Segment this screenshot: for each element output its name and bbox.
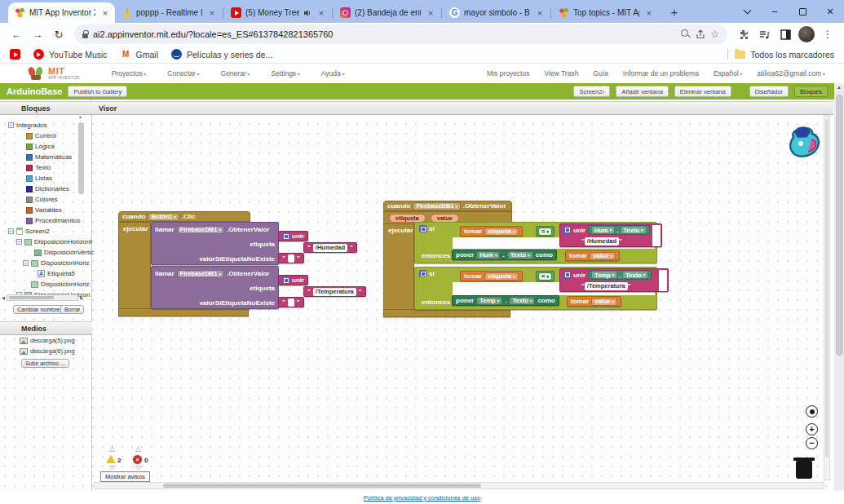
bookmark-youtube[interactable] bbox=[10, 49, 20, 60]
close-icon[interactable] bbox=[316, 7, 327, 19]
window-minimize-button[interactable] bbox=[761, 0, 789, 23]
param-value[interactable]: value bbox=[431, 214, 459, 223]
privacy-policy-link[interactable]: Política de privacidad y condiciones de … bbox=[364, 494, 480, 502]
tab-mit-app-inventor[interactable]: MIT App Inventor 2 bbox=[8, 2, 115, 23]
tab-google-search[interactable]: mayor simbolo - Buscar... bbox=[443, 2, 550, 23]
close-icon[interactable] bbox=[99, 7, 111, 19]
address-bar[interactable]: ai2.appinventor.mit.edu/?locale=es_ES#61… bbox=[74, 24, 727, 44]
designer-toggle-button[interactable]: Diseñador bbox=[749, 86, 789, 97]
page-vertical-scrollbar[interactable] bbox=[834, 83, 844, 504]
menu-proyectos[interactable]: Proyectos bbox=[101, 69, 157, 77]
blocks-toggle-button[interactable]: Bloques bbox=[794, 86, 828, 97]
component-dropdown[interactable]: Temp bbox=[476, 297, 502, 305]
variable-dropdown[interactable]: value bbox=[591, 298, 617, 306]
variable-dropdown[interactable]: etiqueta bbox=[484, 228, 518, 236]
scroll-left-icon[interactable] bbox=[2, 295, 5, 300]
block-if-2[interactable]: si entonces tomar etiqueta = unir bbox=[414, 267, 657, 310]
link-view-trash[interactable]: View Trash bbox=[537, 69, 585, 77]
extensions-puzzle-icon[interactable] bbox=[733, 24, 753, 44]
component-dropdown[interactable]: Hum bbox=[591, 226, 615, 234]
string-value[interactable] bbox=[288, 254, 294, 263]
zoom-in-button[interactable]: + bbox=[806, 423, 818, 435]
string-value[interactable]: /Temperatura bbox=[313, 288, 356, 296]
lock-icon[interactable] bbox=[82, 33, 88, 38]
collapse-icon[interactable] bbox=[8, 122, 14, 128]
block-join[interactable]: unir Hum . Texto /Humedad bbox=[559, 223, 662, 247]
block-call-obtenervalor-1[interactable]: llamar FirebaseDB1 .ObtenerValor etiquet… bbox=[151, 222, 279, 265]
zoom-page-icon[interactable] bbox=[681, 29, 691, 39]
profile-avatar[interactable] bbox=[797, 24, 816, 44]
error-icon[interactable] bbox=[133, 455, 142, 464]
warning-icon[interactable] bbox=[106, 455, 116, 463]
remove-screen-button[interactable]: Eliminar ventana bbox=[674, 86, 731, 97]
account-menu[interactable]: atilioa62@gmail.com bbox=[749, 69, 833, 77]
block-equals[interactable]: = bbox=[536, 271, 555, 281]
window-restore-button[interactable] bbox=[789, 0, 816, 23]
bookmark-disney[interactable]: Películas y series de... bbox=[171, 49, 272, 60]
block-call-obtenervalor-2[interactable]: llamar FirebaseDB1 .ObtenerValor etiquet… bbox=[151, 266, 279, 309]
link-mis-proyectos[interactable]: Mis proyectos bbox=[479, 69, 537, 77]
mit-logo[interactable]: MIT APP INVENTOR bbox=[28, 67, 80, 81]
palette-vertical-scrollbar[interactable] bbox=[78, 122, 84, 194]
block-text-string[interactable]: /Temperatura bbox=[303, 286, 366, 297]
center-blocks-icon[interactable] bbox=[806, 405, 818, 418]
block-join[interactable]: unir Temp . Texto /Temperatura bbox=[559, 268, 669, 292]
delete-button[interactable]: Borrar bbox=[60, 305, 84, 314]
palette-horizontal-scrollbar[interactable] bbox=[2, 294, 83, 302]
link-informar-problema[interactable]: Informar de un problema bbox=[616, 69, 706, 77]
string-value[interactable] bbox=[288, 298, 294, 307]
component-dropdown[interactable]: Botón1 bbox=[148, 213, 179, 221]
block-set-property[interactable]: poner Temp . Texto como bbox=[452, 295, 559, 306]
block-equals[interactable]: = bbox=[536, 226, 555, 237]
all-bookmarks-button[interactable]: Todos los marcadores bbox=[735, 50, 834, 60]
component-dropdown[interactable]: Hum bbox=[476, 251, 500, 259]
property-dropdown[interactable]: Texto bbox=[509, 297, 535, 305]
component-dropdown[interactable]: FirebaseDB1 bbox=[177, 226, 224, 234]
scrollbar-thumb[interactable] bbox=[163, 484, 481, 488]
collapse-icon[interactable] bbox=[23, 260, 29, 266]
scrollbar-thumb[interactable] bbox=[836, 95, 843, 356]
block-if-1[interactable]: si entonces tomar etiqueta = unir bbox=[414, 222, 657, 263]
string-value[interactable]: /Humedad bbox=[313, 244, 347, 252]
back-icon[interactable]: ← bbox=[7, 24, 26, 44]
mutator-icon[interactable] bbox=[563, 272, 571, 279]
block-get-value[interactable]: tomar value bbox=[565, 250, 620, 261]
tab-youtube[interactable]: (5) Money Trees - Y... bbox=[224, 2, 331, 23]
window-close-button[interactable] bbox=[816, 0, 844, 23]
param-etiqueta[interactable]: etiqueta bbox=[389, 214, 426, 223]
block-get-value[interactable]: tomar value bbox=[567, 296, 621, 307]
scroll-up-icon[interactable] bbox=[837, 85, 842, 90]
block-event-footer[interactable] bbox=[383, 309, 510, 317]
property-dropdown[interactable]: Texto bbox=[621, 226, 647, 234]
reload-icon[interactable]: ↻ bbox=[49, 24, 68, 44]
menu-generar[interactable]: Generar bbox=[210, 69, 261, 77]
block-property-get[interactable]: Hum . Texto bbox=[588, 225, 649, 235]
mutator-icon[interactable] bbox=[419, 270, 426, 277]
bookmark-star-icon[interactable] bbox=[710, 29, 719, 40]
close-icon[interactable] bbox=[206, 7, 218, 19]
canvas-horizontal-scrollbar[interactable] bbox=[94, 482, 824, 489]
media-file[interactable]: descarga(6).png bbox=[20, 347, 75, 355]
scroll-up-icon[interactable] bbox=[78, 114, 82, 119]
close-icon[interactable] bbox=[643, 7, 655, 19]
forward-icon[interactable]: → bbox=[28, 24, 47, 44]
scrollbar-thumb[interactable] bbox=[825, 119, 829, 458]
block-get-etiqueta[interactable]: tomar etiqueta bbox=[460, 226, 523, 237]
menu-settings[interactable]: Settings bbox=[260, 69, 310, 77]
variable-dropdown[interactable]: etiqueta bbox=[484, 272, 518, 281]
language-selector[interactable]: Español bbox=[706, 69, 749, 77]
new-tab-button[interactable] bbox=[664, 1, 685, 22]
tree-disposicion-horizontal-1[interactable]: DisposiciónHorizont bbox=[16, 237, 95, 247]
collapse-icon[interactable] bbox=[8, 228, 14, 234]
property-dropdown[interactable]: Texto bbox=[622, 271, 648, 279]
variable-dropdown[interactable]: value bbox=[590, 252, 616, 260]
error-scroll-up-icon[interactable] bbox=[135, 445, 141, 453]
add-screen-button[interactable]: Añadir ventana bbox=[616, 86, 668, 97]
menu-ayuda[interactable]: Ayuda bbox=[311, 69, 356, 77]
trash-icon[interactable] bbox=[793, 456, 815, 479]
upload-file-button[interactable]: Subir archivo ... bbox=[21, 359, 69, 368]
mutator-icon[interactable] bbox=[282, 276, 289, 284]
browser-menu-icon[interactable] bbox=[818, 24, 837, 44]
tab-firebase[interactable]: poppp - Realtime Datab... bbox=[115, 2, 222, 23]
block-property-get[interactable]: Temp . Texto bbox=[588, 270, 652, 280]
